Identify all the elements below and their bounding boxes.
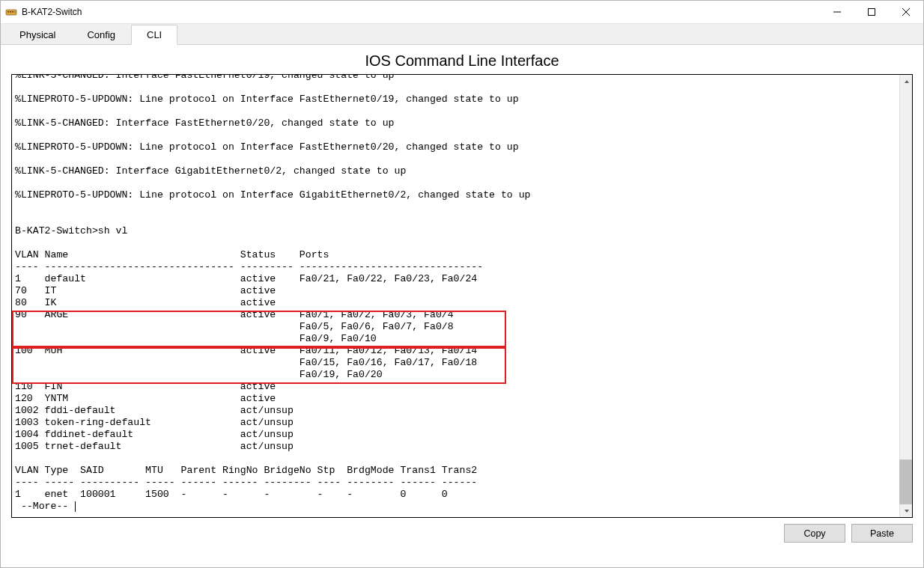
tab-config[interactable]: Config: [71, 25, 131, 44]
titlebar: B-KAT2-Switch: [1, 1, 923, 24]
svg-rect-2: [10, 11, 11, 13]
maximize-button[interactable]: [854, 1, 889, 23]
tabbar: Physical Config CLI: [1, 24, 923, 45]
close-button[interactable]: [889, 1, 923, 23]
copy-button[interactable]: Copy: [784, 524, 845, 543]
paste-button[interactable]: Paste: [851, 524, 913, 543]
tab-physical[interactable]: Physical: [4, 25, 71, 44]
scrollbar[interactable]: [899, 75, 912, 517]
svg-rect-6: [869, 9, 875, 16]
window-title: B-KAT2-Switch: [22, 7, 820, 17]
svg-point-4: [14, 11, 16, 13]
svg-rect-1: [7, 11, 9, 13]
minimize-button[interactable]: [820, 1, 854, 23]
tab-cli[interactable]: CLI: [131, 25, 177, 45]
bottom-bar: Copy Paste: [1, 518, 923, 543]
scroll-down-icon[interactable]: [900, 504, 913, 517]
cli-terminal[interactable]: %LINK-5-CHANGED: Interface FastEthernet0…: [11, 74, 913, 518]
scroll-thumb[interactable]: [899, 459, 912, 504]
cli-header: IOS Command Line Interface: [1, 45, 923, 74]
cli-output: %LINK-5-CHANGED: Interface FastEthernet0…: [15, 74, 912, 513]
scroll-up-icon[interactable]: [900, 75, 913, 88]
svg-rect-3: [12, 11, 13, 13]
window-controls: [820, 1, 923, 23]
app-icon: [5, 6, 17, 18]
